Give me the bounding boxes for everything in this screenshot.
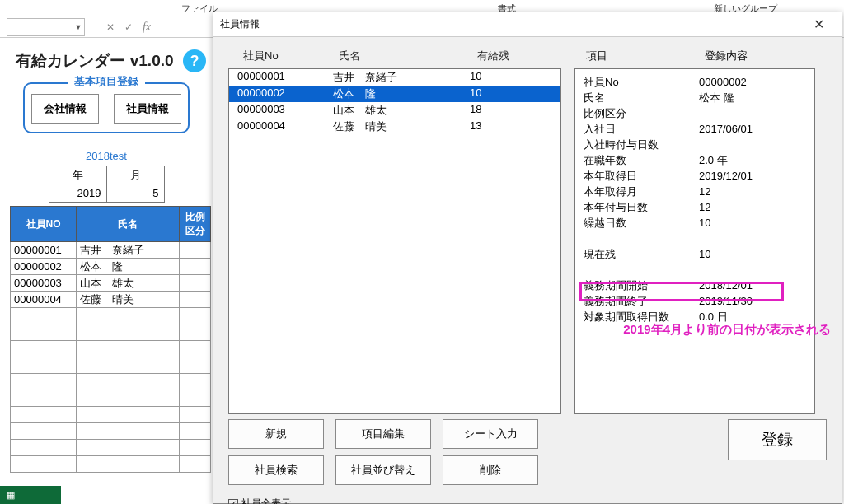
table-row[interactable] bbox=[11, 440, 211, 456]
sheet-tab-icon: ▦ bbox=[7, 490, 15, 501]
confirm-icon[interactable]: ✓ bbox=[120, 21, 138, 33]
list-item[interactable]: 00000001吉井 奈緒子10 bbox=[229, 69, 560, 86]
detail-header: 項目 登録内容 bbox=[574, 45, 815, 68]
year-value[interactable]: 2019 bbox=[49, 184, 106, 203]
detail-row: 氏名松本 隆 bbox=[584, 90, 806, 105]
table-row[interactable] bbox=[11, 324, 211, 341]
employee-table: 社員NO 氏名 比例 区分 00000001吉井 奈緒子00000002松本 隆… bbox=[10, 206, 211, 473]
register-button[interactable]: 登録 bbox=[728, 419, 827, 460]
table-row[interactable] bbox=[11, 357, 211, 374]
show-all-label: 社員全表示 bbox=[241, 497, 291, 504]
detail-row: 本年取得日2019/12/01 bbox=[584, 168, 806, 184]
employee-dialog: 社員情報 ✕ 社員No 氏名 有給残 00000001吉井 奈緒子1000000… bbox=[213, 12, 842, 504]
left-pane: 有給カレンダー v1.0.0 ? 基本項目登録 会社情報 社員情報 2018te… bbox=[0, 49, 213, 473]
fx-icon[interactable]: fx bbox=[138, 21, 156, 34]
detail-row: 入社日2017/06/01 bbox=[584, 121, 806, 137]
detail-header-value: 登録内容 bbox=[705, 49, 748, 63]
col-emp-name: 氏名 bbox=[77, 207, 180, 242]
table-row[interactable] bbox=[11, 341, 211, 357]
list-item[interactable]: 00000004佐藤 晴美13 bbox=[229, 119, 560, 135]
detail-row: 繰越日数10 bbox=[584, 215, 806, 231]
detail-row: 入社時付与日数 bbox=[584, 137, 806, 152]
col-ratio: 比例 区分 bbox=[180, 207, 211, 242]
annotation-text: 2019年4月より前の日付が表示される bbox=[623, 322, 831, 338]
new-button[interactable]: 新規 bbox=[228, 419, 324, 449]
list-item[interactable]: 00000002松本 隆10 bbox=[229, 86, 560, 102]
sort-button[interactable]: 社員並び替え bbox=[335, 455, 431, 485]
employee-listbox[interactable]: 00000001吉井 奈緒子1000000002松本 隆1000000003山本… bbox=[228, 68, 561, 414]
list-header-name: 氏名 bbox=[339, 49, 477, 63]
col-emp-no: 社員NO bbox=[11, 207, 77, 242]
search-button[interactable]: 社員検索 bbox=[228, 455, 324, 485]
table-row[interactable]: 00000003山本 雄太 bbox=[11, 275, 211, 292]
month-header: 月 bbox=[106, 166, 164, 184]
list-header-no: 社員No bbox=[243, 49, 339, 63]
table-row[interactable]: 00000001吉井 奈緒子 bbox=[11, 242, 211, 259]
list-item[interactable]: 00000003山本 雄太18 bbox=[229, 102, 560, 119]
table-row[interactable] bbox=[11, 456, 211, 473]
table-row[interactable]: 00000004佐藤 晴美 bbox=[11, 292, 211, 308]
table-row[interactable]: 00000002松本 隆 bbox=[11, 259, 211, 275]
employee-info-button[interactable]: 社員情報 bbox=[114, 94, 181, 124]
detail-row: 社員No00000002 bbox=[584, 74, 806, 90]
table-row[interactable] bbox=[11, 374, 211, 390]
app-title: 有給カレンダー v1.0.0 bbox=[7, 50, 183, 72]
year-month-table: 年月 20195 bbox=[49, 166, 165, 203]
close-icon[interactable]: ✕ bbox=[802, 16, 835, 32]
dialog-titlebar[interactable]: 社員情報 ✕ bbox=[213, 12, 842, 37]
database-name[interactable]: 2018test bbox=[0, 150, 213, 162]
registration-box: 基本項目登録 会社情報 社員情報 bbox=[23, 82, 190, 133]
detail-row: 本年付与日数12 bbox=[584, 199, 806, 215]
cancel-icon[interactable]: ✕ bbox=[101, 21, 120, 33]
registration-legend: 基本項目登録 bbox=[68, 74, 145, 89]
month-value[interactable]: 5 bbox=[106, 184, 164, 203]
delete-button[interactable]: 削除 bbox=[443, 455, 538, 485]
help-button[interactable]: ? bbox=[183, 49, 206, 72]
edit-button[interactable]: 項目編集 bbox=[335, 419, 431, 449]
detail-header-key: 項目 bbox=[586, 49, 705, 63]
table-row[interactable] bbox=[11, 407, 211, 423]
detail-row bbox=[584, 231, 806, 246]
company-info-button[interactable]: 会社情報 bbox=[31, 94, 99, 124]
detail-row: 本年取得月12 bbox=[584, 184, 806, 199]
table-row[interactable] bbox=[11, 390, 211, 407]
list-header-remain: 有給残 bbox=[477, 49, 509, 63]
list-header: 社員No 氏名 有給残 bbox=[228, 45, 561, 68]
highlight-annotation bbox=[579, 282, 784, 301]
dialog-title: 社員情報 bbox=[220, 17, 802, 31]
detail-row: 現在残10 bbox=[584, 246, 806, 262]
detail-row: 在職年数2.0 年 bbox=[584, 152, 806, 168]
sheet-input-button[interactable]: シート入力 bbox=[443, 419, 538, 449]
table-row[interactable] bbox=[11, 423, 211, 440]
show-all-checkbox[interactable]: ✓ bbox=[228, 499, 238, 505]
name-box[interactable]: ▼ bbox=[7, 18, 85, 36]
detail-box: 社員No00000002氏名松本 隆比例区分入社日2017/06/01入社時付与… bbox=[574, 68, 815, 414]
detail-row bbox=[584, 262, 806, 278]
sheet-tab[interactable]: ▦ bbox=[0, 486, 61, 504]
table-row[interactable] bbox=[11, 308, 211, 324]
year-header: 年 bbox=[49, 166, 106, 184]
detail-row: 比例区分 bbox=[584, 105, 806, 121]
